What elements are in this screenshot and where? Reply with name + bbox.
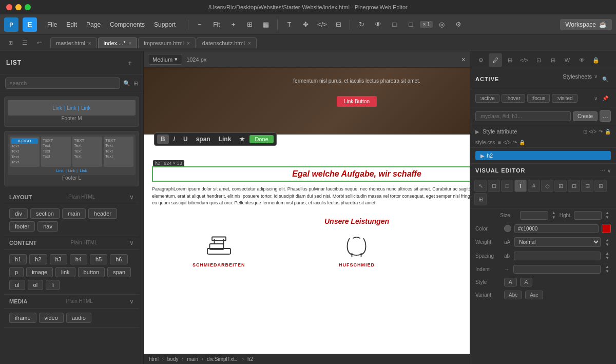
add-component-button[interactable]: + — [123, 55, 137, 70]
css-icon-2[interactable]: </> — [503, 140, 510, 145]
tag-iframe[interactable]: iframe — [9, 313, 36, 323]
tag-span[interactable]: span — [107, 267, 131, 277]
rp-icon-export[interactable]: ⊡ — [532, 53, 545, 67]
ve-expand-icon[interactable]: ∨ — [607, 168, 611, 174]
close-button[interactable] — [6, 4, 12, 10]
indent-up[interactable]: ▲ — [604, 264, 611, 269]
rp-icon-grid[interactable]: ⊞ — [503, 53, 516, 67]
indent-input[interactable] — [513, 265, 601, 274]
css-icon-1[interactable]: ≡ — [498, 140, 501, 145]
css-icon-3[interactable]: ↷ — [513, 140, 517, 145]
style-icon-2[interactable]: </> — [589, 129, 596, 135]
maximize-button[interactable] — [25, 4, 31, 10]
selected-h2-text[interactable]: Egal welche Aufgabe, wir schaffe — [155, 169, 470, 179]
fit-button[interactable]: Fit — [209, 19, 224, 30]
undo-icon[interactable]: ↩ — [33, 37, 45, 49]
hght-up[interactable]: ▲ — [604, 210, 611, 215]
tab-datenschutz-close[interactable]: × — [248, 41, 251, 46]
span-button[interactable]: span — [192, 135, 214, 144]
ve-tool-export[interactable]: ⊡ — [568, 180, 580, 192]
bold-button[interactable]: B — [157, 135, 169, 144]
minimize-button[interactable] — [15, 4, 22, 10]
ve-tool-select[interactable]: ⊡ — [488, 180, 500, 192]
tag-section[interactable]: section — [30, 208, 60, 219]
breadcrumb-h2[interactable]: h2 — [247, 356, 253, 362]
italic-button[interactable]: / — [170, 135, 179, 144]
hght-input[interactable] — [574, 211, 602, 220]
weight-select[interactable]: Normal Bold Lighter — [514, 237, 601, 247]
style-attr-header[interactable]: ▶ Style attribute ⊡ </> ↷ 🔒 — [470, 125, 616, 138]
tag-h2[interactable]: h2 — [29, 254, 47, 264]
ve-tool-text[interactable]: T — [514, 180, 527, 192]
tab-index-close[interactable]: × — [129, 41, 132, 46]
style-icon-4[interactable]: 🔒 — [605, 129, 611, 135]
hght-down[interactable]: ▼ — [604, 215, 611, 220]
refresh-button[interactable]: ↻ — [354, 17, 369, 32]
ve-tool-grid2[interactable]: ⊞ — [594, 180, 607, 192]
link-inline-button[interactable]: Link — [215, 135, 235, 144]
ve-tool-import[interactable]: ⊟ — [581, 180, 593, 192]
tag-main[interactable]: main — [62, 208, 86, 219]
filter-icon[interactable]: ⊞ — [133, 80, 138, 87]
tab-impressum-close[interactable]: × — [187, 41, 190, 46]
rp-icon-lock[interactable]: 🔒 — [589, 53, 603, 67]
pseudo-visited[interactable]: :visited — [552, 94, 577, 103]
tab-index[interactable]: index....* × — [98, 37, 138, 48]
menu-page[interactable]: Page — [82, 19, 105, 30]
tag-button[interactable]: button — [78, 267, 105, 277]
move-tool-button[interactable]: ✥ — [298, 17, 313, 32]
link-button[interactable]: Link Button — [337, 96, 377, 107]
content-toggle[interactable]: ∨ — [129, 239, 134, 246]
footer-m-card[interactable]: Link | Link | Link Footer M — [4, 97, 139, 127]
ve-tool-arrow[interactable]: ↖ — [474, 180, 487, 192]
style-icon-3[interactable]: ↷ — [599, 129, 603, 135]
tag-p[interactable]: p — [9, 267, 24, 277]
search-icon[interactable]: 🔍 — [123, 80, 130, 87]
pseudo-hover[interactable]: :hover — [502, 94, 525, 103]
tag-h4[interactable]: h4 — [70, 254, 87, 264]
breadcrumb-html[interactable]: html — [149, 356, 159, 362]
tag-h1[interactable]: h1 — [9, 254, 27, 264]
tag-video[interactable]: video — [39, 313, 64, 323]
code-button[interactable]: </> — [315, 17, 329, 32]
workspace-button[interactable]: Workspace ☕ — [560, 19, 612, 30]
pin-icon[interactable]: 📌 — [600, 92, 611, 104]
color-input[interactable] — [514, 224, 599, 233]
menu-components[interactable]: Components — [106, 19, 149, 30]
tag-nav[interactable]: nav — [37, 221, 58, 232]
breadcrumb-main[interactable]: main — [187, 356, 198, 362]
spacing-input[interactable] — [514, 252, 601, 260]
create-button[interactable]: Create — [573, 111, 598, 121]
footer-l-card[interactable]: iLOGO TextTextTextText TEXTTextTextText … — [4, 131, 139, 186]
css-class-input[interactable] — [475, 111, 571, 121]
spacing-up[interactable]: ▲ — [604, 251, 611, 256]
tag-li[interactable]: li — [46, 280, 60, 290]
responsive-button[interactable]: ▦ — [259, 17, 273, 32]
ve-tool-rect2[interactable]: ⊞ — [554, 180, 567, 192]
tag-h5[interactable]: h5 — [90, 254, 107, 264]
tag-ul[interactable]: ul — [9, 280, 25, 290]
tag-div[interactable]: div — [9, 208, 28, 219]
size-selector[interactable]: Medium ▾ — [148, 54, 182, 65]
tag-link[interactable]: link — [55, 267, 75, 277]
ve-tool-grid3[interactable]: ⊞ — [474, 193, 487, 205]
search-input[interactable] — [5, 78, 120, 89]
pseudo-active[interactable]: :active — [475, 94, 499, 103]
h2-tag-display[interactable]: ▶ h2 — [475, 151, 611, 160]
spacing-down[interactable]: ▼ — [604, 256, 611, 260]
rp-icon-wp[interactable]: W — [561, 53, 574, 67]
underline-button[interactable]: U — [180, 135, 191, 144]
tab-datenschutz[interactable]: datenschutz.html × — [197, 37, 257, 48]
ve-tool-box[interactable]: □ — [501, 180, 513, 192]
text-tool-button[interactable]: T — [282, 17, 296, 32]
variant-abc2-button[interactable]: Abc — [525, 291, 543, 299]
broadcast-button[interactable]: □ — [403, 17, 418, 32]
rp-icon-css[interactable]: 🖊 — [489, 53, 502, 67]
rp-icon-settings[interactable]: ⚙ — [474, 53, 488, 67]
ve-tool-hash[interactable]: # — [528, 180, 540, 192]
css-icon-4[interactable]: 🔒 — [519, 140, 525, 145]
style-a2-button[interactable]: A — [520, 278, 533, 286]
new-file-icon[interactable]: ⊞ — [4, 37, 16, 49]
rp-search-icon[interactable]: 🔍 — [600, 73, 611, 85]
pseudo-more[interactable]: ∨ — [594, 95, 598, 101]
